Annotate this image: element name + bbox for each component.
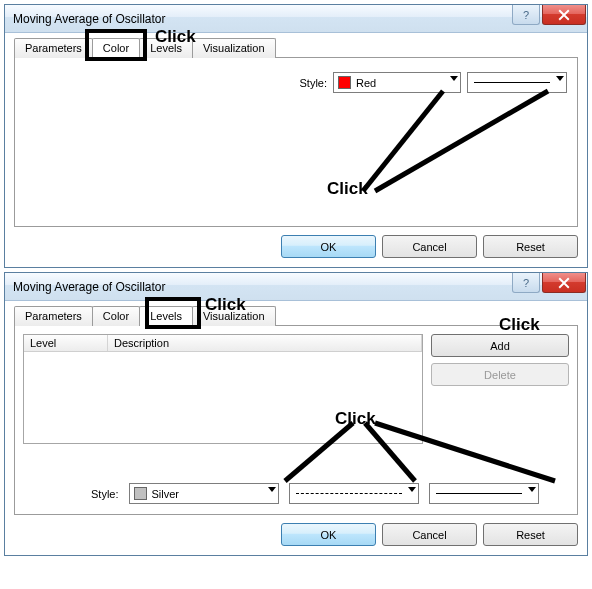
close-button[interactable] [542,273,586,293]
ok-button[interactable]: OK [281,523,376,546]
tab-panel-levels: Level Description Add Delete Style: Silv… [14,325,578,515]
tab-color[interactable]: Color [92,306,140,326]
tab-parameters[interactable]: Parameters [14,306,93,326]
line-sample-thin [436,493,522,494]
color-swatch [338,76,351,89]
close-button[interactable] [542,5,586,25]
title-text: Moving Average of Oscillator [13,280,166,294]
help-button[interactable]: ? [512,5,540,25]
button-row: OK Cancel Reset [14,523,578,546]
chevron-down-icon [528,487,536,492]
close-icon [558,9,570,21]
side-buttons: Add Delete [431,334,569,386]
help-button[interactable]: ? [512,273,540,293]
cancel-button[interactable]: Cancel [382,523,477,546]
tab-visualization[interactable]: Visualization [192,38,276,58]
ok-button[interactable]: OK [281,235,376,258]
dialog-color: Moving Average of Oscillator ? Click Cli… [4,4,588,268]
chevron-down-icon [268,487,276,492]
line-style-combo[interactable] [289,483,419,504]
titlebar[interactable]: Moving Average of Oscillator ? [5,273,587,301]
line-style-combo[interactable] [467,72,567,93]
reset-button[interactable]: Reset [483,523,578,546]
tab-color[interactable]: Color [92,38,140,58]
reset-button[interactable]: Reset [483,235,578,258]
color-swatch [134,487,147,500]
add-button[interactable]: Add [431,334,569,357]
close-icon [558,277,570,289]
chevron-down-icon [556,76,564,81]
grid-header: Level Description [24,335,422,352]
cancel-button[interactable]: Cancel [382,235,477,258]
levels-grid[interactable]: Level Description [23,334,423,444]
col-description[interactable]: Description [108,335,422,351]
tabstrip: Parameters Color Levels Visualization [14,37,578,57]
tab-parameters[interactable]: Parameters [14,38,93,58]
dialog-levels: Moving Average of Oscillator ? Click Cli… [4,272,588,556]
style-label: Style: [299,77,327,89]
line-width-combo[interactable] [429,483,539,504]
col-level[interactable]: Level [24,335,108,351]
tab-panel-color: Style: Red [14,57,578,227]
color-combo[interactable]: Silver [129,483,279,504]
color-combo[interactable]: Red [333,72,461,93]
color-name: Red [356,77,376,89]
titlebar[interactable]: Moving Average of Oscillator ? [5,5,587,33]
delete-button: Delete [431,363,569,386]
line-sample-solid [474,82,550,83]
tab-levels[interactable]: Levels [139,38,193,58]
style-label: Style: [91,488,119,500]
color-name: Silver [152,488,180,500]
chevron-down-icon [408,487,416,492]
chevron-down-icon [450,76,458,81]
help-icon: ? [523,277,529,289]
button-row: OK Cancel Reset [14,235,578,258]
tab-levels[interactable]: Levels [139,306,193,326]
tab-visualization[interactable]: Visualization [192,306,276,326]
line-sample-dashed [296,493,402,494]
help-icon: ? [523,9,529,21]
tabstrip: Parameters Color Levels Visualization [14,305,578,325]
title-text: Moving Average of Oscillator [13,12,166,26]
